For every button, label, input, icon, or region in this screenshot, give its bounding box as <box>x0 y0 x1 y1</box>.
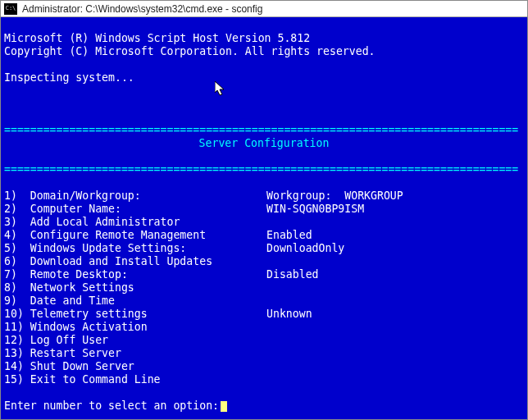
menu-item: 8) Network Settings <box>4 281 524 294</box>
menu-item: 3) Add Local Administrator <box>4 216 524 229</box>
menu-value <box>266 347 524 360</box>
menu-label: 8) Network Settings <box>4 281 266 294</box>
cmd-icon <box>4 3 17 15</box>
menu-item: 5) Windows Update Settings:DownloadOnly <box>4 242 524 255</box>
menu-value: Disabled <box>266 268 524 281</box>
menu-item: 9) Date and Time <box>4 294 524 308</box>
menu-label: 15) Exit to Command Line <box>4 373 266 386</box>
menu-item: 2) Computer Name:WIN-SQGN0BP9ISM <box>4 203 524 216</box>
menu-label: 11) Windows Activation <box>4 321 266 334</box>
menu-item: 10) Telemetry settingsUnknown <box>4 308 524 321</box>
menu-item: 6) Download and Install Updates <box>4 255 524 268</box>
menu-label: 10) Telemetry settings <box>4 308 266 321</box>
menu-item: 1) Domain/Workgroup:Workgroup: WORKGROUP <box>4 189 524 203</box>
menu-item: 11) Windows Activation <box>4 321 524 334</box>
menu-value <box>266 334 524 347</box>
menu-value: Enabled <box>266 229 524 242</box>
menu-label: 1) Domain/Workgroup: <box>4 189 266 203</box>
cmd-window: Administrator: C:\Windows\system32\cmd.e… <box>0 0 528 420</box>
menu-label: 4) Configure Remote Management <box>4 229 266 242</box>
menu-value <box>266 360 524 373</box>
menu-label: 9) Date and Time <box>4 294 266 308</box>
menu-value <box>266 216 524 229</box>
prompt-line[interactable]: Enter number to select an option: <box>4 399 227 412</box>
mouse-pointer-icon <box>215 81 228 98</box>
svg-marker-0 <box>215 81 224 95</box>
menu-value: Unknown <box>266 308 524 321</box>
header-line1: Microsoft (R) Windows Script Host Versio… <box>4 32 310 44</box>
menu-label: 6) Download and Install Updates <box>4 255 266 268</box>
console-area[interactable]: Microsoft (R) Windows Script Host Versio… <box>1 17 527 419</box>
menu-label: 14) Shut Down Server <box>4 360 266 373</box>
section-title: Server Configuration <box>4 137 524 150</box>
menu-value <box>266 255 524 268</box>
menu-value: WIN-SQGN0BP9ISM <box>266 203 524 216</box>
menu-label: 7) Remote Desktop: <box>4 268 266 281</box>
menu-label: 2) Computer Name: <box>4 203 266 216</box>
menu-item: 4) Configure Remote ManagementEnabled <box>4 229 524 242</box>
menu-value <box>266 294 524 308</box>
inspecting-line: Inspecting system... <box>4 71 134 84</box>
menu-label: 12) Log Off User <box>4 334 266 347</box>
menu-value <box>266 373 524 386</box>
window-titlebar[interactable]: Administrator: C:\Windows\system32\cmd.e… <box>1 1 527 17</box>
menu-list: 1) Domain/Workgroup:Workgroup: WORKGROUP… <box>4 189 524 386</box>
menu-value: Workgroup: WORKGROUP <box>266 189 524 203</box>
menu-label: 13) Restart Server <box>4 347 266 360</box>
menu-item: 7) Remote Desktop:Disabled <box>4 268 524 281</box>
window-title: Administrator: C:\Windows\system32\cmd.e… <box>22 3 262 15</box>
divider-top: ========================================… <box>4 124 518 136</box>
header-line2: Copyright (C) Microsoft Corporation. All… <box>4 45 376 57</box>
menu-value <box>266 281 524 294</box>
menu-label: 5) Windows Update Settings: <box>4 242 266 255</box>
text-cursor <box>221 401 227 412</box>
menu-value: DownloadOnly <box>266 242 524 255</box>
menu-value <box>266 321 524 334</box>
menu-item: 13) Restart Server <box>4 347 524 360</box>
divider-bottom: ========================================… <box>4 163 518 176</box>
menu-item: 15) Exit to Command Line <box>4 373 524 386</box>
menu-label: 3) Add Local Administrator <box>4 216 266 229</box>
menu-item: 14) Shut Down Server <box>4 360 524 373</box>
menu-item: 12) Log Off User <box>4 334 524 347</box>
